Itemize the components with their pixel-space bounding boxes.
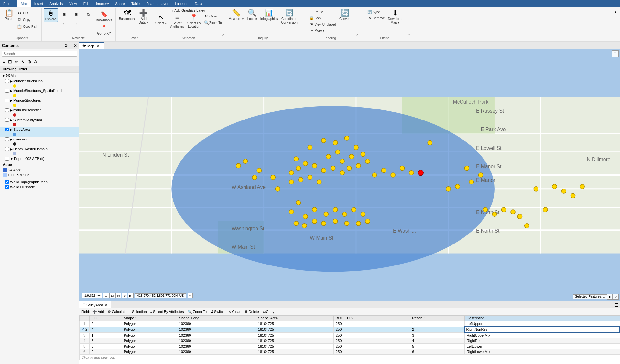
layer-item-main-nsi-selection[interactable]: ▶ main.nsi selection — [0, 108, 79, 113]
lock-button[interactable]: 🔒 Lock — [308, 15, 337, 21]
select-by-location-button[interactable]: 📍 Select ByLocation — [186, 13, 202, 29]
map-right-btn-1[interactable]: ☰ — [612, 50, 619, 57]
layer-item-depth-raster-domain[interactable]: ▶ Depth_RasterDomain — [0, 146, 79, 151]
layer-checkbox-depth-aep[interactable] — [5, 157, 9, 161]
clear-selection-attr-button[interactable]: ✕ Clear — [227, 309, 242, 314]
col-header-description[interactable]: Description — [465, 316, 620, 321]
fixed-zoom-in-button[interactable]: ⊞ — [59, 10, 70, 19]
clear-selection-button[interactable]: ✕ Clear — [203, 13, 223, 19]
add-new-row[interactable]: Click to add new row. — [80, 355, 620, 360]
col-header-shape-area[interactable]: Shape_Area — [256, 316, 333, 321]
add-field-button[interactable]: ➕ Add — [91, 309, 105, 314]
layer-checkbox-muncie-structs-final[interactable] — [5, 79, 9, 83]
copy-button[interactable]: ⧉ Copy — [16, 16, 39, 23]
cut-button[interactable]: ✂ Cut — [16, 10, 39, 16]
attr-table-content[interactable]: FID Shape * Shape_Leng Shape_Area BUFF_D… — [79, 315, 620, 364]
contents-options-icon[interactable]: ⚙ — [64, 43, 68, 48]
map-scale-select[interactable]: 1:9,622 — [82, 293, 102, 298]
zoom-to-button[interactable]: 🔍 Zoom To — [203, 20, 223, 26]
fixed-zoom-out-button[interactable]: ⊟ — [71, 10, 82, 19]
add-data-button[interactable]: ➕ AddData▼ — [137, 8, 150, 25]
layer-item-map[interactable]: ▼ 🗺 Map — [0, 73, 79, 78]
attr-table-tab[interactable]: ⊞ StudyArea ✕ — [79, 301, 111, 308]
layer-item-study-area[interactable]: ▶ StudyArea — [0, 127, 79, 132]
coordinate-conversion-button[interactable]: 🔄 CoordinateConversion — [280, 8, 299, 25]
layer-checkbox-muncie-structures-spatialjoin[interactable] — [5, 89, 9, 93]
table-row[interactable]: 4 5 Polygon 102360 18104725 250 4 RightR… — [80, 338, 620, 344]
table-row[interactable]: 1 2 Polygon 102360 18104725 250 1 LeftUp… — [80, 321, 620, 327]
map-tab-close-icon[interactable]: ✕ — [97, 44, 99, 47]
explore-button[interactable]: 🖱 Explore — [44, 8, 58, 22]
map-tab[interactable]: 🗺 Map ✕ — [79, 42, 104, 49]
offline-expand-icon[interactable]: ↗ — [408, 33, 410, 36]
layer-checkbox-depth-raster-domain[interactable] — [5, 147, 9, 151]
col-header-reach[interactable]: Reach * — [410, 316, 465, 321]
refresh-button[interactable]: ↺ — [613, 294, 619, 300]
bookmarks-button[interactable]: 🔖 Bookmarks — [95, 10, 114, 23]
zoom-to-selection-button[interactable]: 🔍 Zoom To — [186, 309, 208, 314]
selection-expand-icon[interactable]: ↗ — [222, 33, 224, 36]
search-input[interactable] — [2, 51, 77, 57]
download-map-button[interactable]: ⬇ DownloadMap▼ — [387, 8, 404, 25]
select-by-attributes-button[interactable]: ≡ SelectAttributes — [169, 13, 185, 29]
tab-share[interactable]: Share — [112, 0, 128, 7]
tab-data[interactable]: Data — [191, 0, 205, 7]
tab-feature-layer[interactable]: Feature Layer — [143, 0, 171, 7]
full-extent-button[interactable]: ⧉ — [82, 10, 94, 19]
layer-item-muncie-structures-spatialjoin[interactable]: ▶ MuncieStructures_SpatialJoin1 — [0, 88, 79, 93]
basemap-button[interactable]: 🗺 Basemap▼ — [118, 8, 137, 22]
tab-insert[interactable]: Insert — [31, 0, 47, 7]
pause-playback-button[interactable]: ⏸ — [607, 294, 613, 300]
calculate-button[interactable]: ⚙ Calculate — [106, 309, 128, 314]
more-button[interactable]: ⋯ More▼ — [308, 27, 337, 33]
collapse-ribbon-button[interactable]: ▲ — [612, 8, 619, 41]
tab-project[interactable]: Project — [0, 0, 17, 7]
paste-button[interactable]: 📋 Paste — [3, 8, 15, 21]
layer-checkbox-muncie-structures[interactable] — [5, 99, 9, 102]
table-row[interactable]: 3 1 Polygon 102360 18104725 250 3 RightU… — [80, 332, 620, 338]
attr-table-tab-close-icon[interactable]: ✕ — [105, 303, 107, 307]
layer-checkbox-main-nsi[interactable] — [5, 137, 9, 141]
col-header-shape[interactable]: Shape * — [122, 316, 177, 321]
infographics-button[interactable]: 📊 Infographics — [259, 8, 279, 21]
map-table-button[interactable]: ⊟ — [109, 293, 115, 298]
layer-checkbox-main-nsi-selection[interactable] — [5, 108, 9, 112]
copy-path-button[interactable]: 📋 Copy Path — [16, 23, 39, 30]
sync-button[interactable]: 🔄 Sync — [366, 9, 386, 15]
tab-imagery[interactable]: Imagery — [93, 0, 112, 7]
map-coord-dropdown-button[interactable]: ▼ — [188, 293, 193, 298]
convert-button[interactable]: 🔄 Convert — [338, 8, 352, 21]
tab-analysis[interactable]: Analysis — [46, 0, 66, 7]
back-button[interactable]: ← — [59, 19, 70, 28]
list-by-source-button[interactable]: ⊞ — [7, 58, 13, 65]
contents-close-icon[interactable]: ✕ — [74, 43, 77, 48]
locate-button[interactable]: 🔍 Locate — [246, 8, 258, 21]
col-header-fid[interactable]: FID — [90, 316, 122, 321]
goto-xy-button[interactable]: 📍 Go To XY — [95, 23, 114, 36]
layer-item-depth-aep[interactable]: ▼ Depth .002 AEP (ft) — [0, 156, 79, 161]
table-row[interactable]: 5 3 Polygon 102360 18104725 250 5 LeftLo… — [80, 344, 620, 349]
list-by-editing-button[interactable]: ✏ — [14, 58, 19, 65]
remove-button[interactable]: ✕ Remove — [366, 15, 386, 21]
layer-checkbox-world-hillshade[interactable] — [5, 185, 9, 189]
tab-labeling[interactable]: Labeling — [172, 0, 192, 7]
map-full-extent-button[interactable]: ⊞ — [103, 293, 109, 298]
copy-selection-button[interactable]: ⧉ Copy — [262, 309, 276, 314]
list-by-snapping-button[interactable]: ⊕ — [27, 58, 32, 65]
forward-button[interactable]: → — [71, 19, 82, 28]
labeling-expand-icon[interactable]: ↗ — [356, 33, 358, 36]
delete-selection-button[interactable]: 🗑 Delete — [243, 309, 260, 314]
map-view[interactable]: McCulloch Park E Russey St E Park Ave E … — [79, 49, 620, 301]
attr-table-menu-icon[interactable]: ☰ — [615, 302, 620, 307]
tab-map[interactable]: Map — [17, 0, 31, 7]
table-row[interactable]: 6 0 Polygon 102360 18104725 250 6 RightL… — [80, 349, 620, 355]
measure-button[interactable]: 📏 Measure▼ — [227, 8, 245, 22]
layer-checkbox-study-area[interactable] — [5, 128, 9, 131]
tab-table[interactable]: Table — [128, 0, 143, 7]
tab-view[interactable]: View — [66, 0, 80, 7]
layer-item-muncie-structures[interactable]: ▶ MuncieStructures — [0, 98, 79, 103]
list-by-drawing-order-button[interactable]: ≡ — [2, 58, 6, 65]
list-by-labeling-button[interactable]: A — [33, 58, 38, 65]
layer-item-world-topo[interactable]: World Topographic Map — [0, 179, 79, 184]
view-unplaced-button[interactable]: 👁 View Unplaced — [308, 21, 337, 27]
